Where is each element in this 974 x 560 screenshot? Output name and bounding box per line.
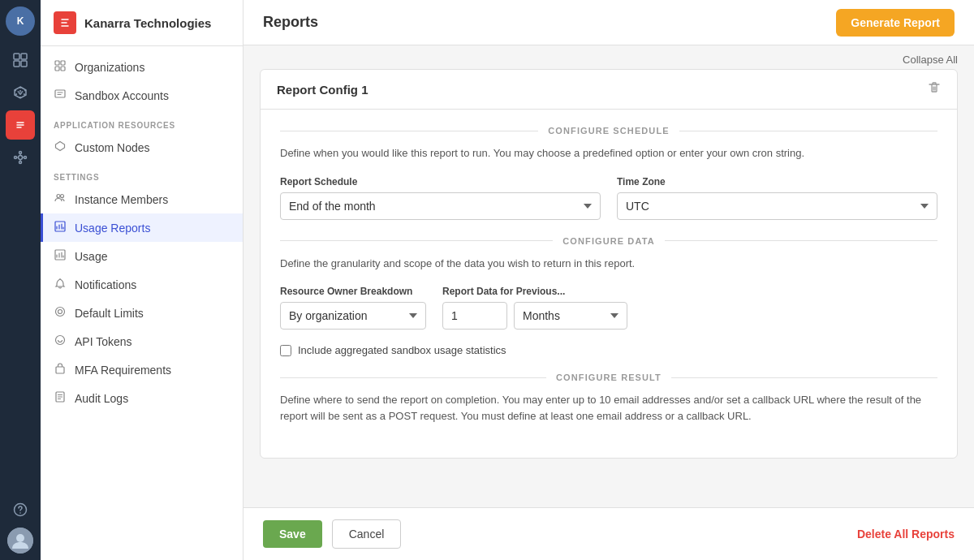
sidebar-item-organizations[interactable]: Organizations	[41, 53, 243, 81]
sandbox-checkbox[interactable]	[280, 345, 291, 356]
sandbox-checkbox-row: Include aggregated sandbox usage statist…	[280, 344, 937, 356]
report-card-body: CONFIGURE SCHEDULE Define when you would…	[261, 126, 957, 458]
result-description: Define where to send the report on compl…	[280, 392, 937, 424]
sidebar-item-sandbox-accounts[interactable]: Sandbox Accounts	[41, 81, 243, 110]
footer-actions: Save Cancel Delete All Reports	[244, 507, 974, 560]
data-description: Define the granularity and scope of the …	[280, 256, 937, 272]
app-resources-section-label: Application Resources	[41, 110, 243, 133]
svg-point-11	[19, 512, 21, 514]
schedule-description: Define when you would like this report t…	[280, 145, 937, 162]
data-section-label: CONFIGURE DATA	[562, 236, 654, 246]
grid-icon-btn[interactable]	[6, 45, 35, 75]
report-config-card: Report Config 1 CONFIGURE SCHEDULE Defin…	[260, 69, 958, 459]
audit-logs-icon	[54, 391, 67, 405]
nodes-icon-btn[interactable]	[6, 143, 35, 172]
active-icon-btn[interactable]	[6, 110, 35, 140]
report-schedule-label: Report Schedule	[280, 176, 601, 187]
instance-members-icon	[54, 192, 67, 206]
svg-rect-2	[14, 61, 19, 67]
notifications-label: Notifications	[75, 278, 136, 291]
main-area: Reports Generate Report Collapse All Rep…	[244, 0, 974, 560]
svg-point-25	[56, 308, 65, 317]
sidebar: Kanarra Technologies Organizations Sandb…	[41, 0, 244, 560]
svg-point-20	[57, 195, 60, 198]
audit-logs-label: Audit Logs	[75, 392, 128, 405]
topbar: Reports Generate Report	[244, 0, 974, 45]
sidebar-logo	[54, 11, 76, 34]
help-icon-btn[interactable]	[6, 495, 35, 524]
sidebar-item-audit-logs[interactable]: Audit Logs	[41, 384, 243, 412]
sidebar-title: Kanarra Technologies	[84, 16, 211, 30]
timezone-group: Time Zone UTC US/Eastern US/Pacific Euro…	[617, 176, 937, 220]
svg-point-24	[59, 278, 61, 280]
sandbox-checkbox-label[interactable]: Include aggregated sandbox usage statist…	[298, 344, 506, 356]
custom-nodes-icon	[54, 140, 67, 154]
sidebar-item-api-tokens[interactable]: API Tokens	[41, 327, 243, 355]
mfa-icon	[54, 363, 67, 377]
svg-point-21	[61, 195, 64, 198]
schedule-section-label: CONFIGURE SCHEDULE	[548, 126, 669, 136]
delete-report-button[interactable]	[928, 81, 941, 97]
breakdown-label: Resource Owner Breakdown	[280, 286, 426, 297]
svg-point-8	[19, 152, 22, 154]
report-data-label: Report Data for Previous...	[442, 286, 627, 297]
period-select[interactable]: Months Weeks Days	[514, 302, 627, 330]
sidebar-item-instance-members[interactable]: Instance Members	[41, 185, 243, 213]
delete-all-reports-button[interactable]: Delete All Reports	[857, 528, 955, 541]
period-number-input[interactable]	[442, 302, 507, 330]
notifications-icon	[54, 278, 67, 291]
icon-bar: K	[0, 0, 41, 560]
timezone-select[interactable]: UTC US/Eastern US/Pacific Europe/London	[617, 192, 937, 220]
svg-rect-18	[61, 67, 65, 71]
timezone-label: Time Zone	[617, 176, 937, 187]
sidebar-item-usage[interactable]: Usage	[41, 242, 243, 270]
svg-rect-28	[56, 367, 64, 373]
sidebar-navigation: Organizations Sandbox Accounts Applicati…	[41, 46, 243, 419]
svg-point-6	[15, 157, 17, 159]
divider-left	[280, 131, 538, 131]
svg-point-7	[24, 157, 27, 159]
default-limits-icon	[54, 306, 67, 320]
breakdown-group: Resource Owner Breakdown By organization…	[280, 286, 426, 330]
sidebar-item-custom-nodes[interactable]: Custom Nodes	[41, 133, 243, 162]
svg-rect-1	[21, 54, 27, 59]
organizations-label: Organizations	[75, 61, 144, 74]
collapse-all-button[interactable]: Collapse All	[244, 45, 974, 69]
custom-nodes-label: Custom Nodes	[75, 141, 150, 154]
data-divider-right	[665, 240, 937, 241]
report-schedule-select[interactable]: End of the month Beginning of the month …	[280, 192, 601, 220]
save-button[interactable]: Save	[263, 520, 322, 548]
usage-label: Usage	[75, 250, 107, 263]
result-divider-left	[280, 377, 546, 378]
result-divider: CONFIGURE RESULT	[280, 373, 937, 382]
breakdown-select[interactable]: By organization By user None	[280, 302, 426, 330]
svg-rect-3	[21, 61, 27, 67]
svg-rect-16	[61, 61, 65, 65]
svg-point-13	[16, 534, 24, 542]
data-divider: CONFIGURE DATA	[280, 236, 937, 246]
svg-point-9	[19, 162, 22, 164]
report-card-header: Report Config 1	[261, 70, 957, 110]
svg-rect-15	[55, 61, 59, 65]
data-divider-left	[280, 240, 553, 241]
cancel-button[interactable]: Cancel	[332, 519, 402, 549]
svg-point-27	[56, 336, 65, 345]
sidebar-header: Kanarra Technologies	[41, 0, 243, 46]
instance-members-label: Instance Members	[75, 193, 168, 206]
api-tokens-icon	[54, 334, 67, 348]
result-section-label: CONFIGURE RESULT	[556, 373, 662, 382]
svg-point-5	[19, 156, 23, 160]
box-icon-btn[interactable]	[6, 78, 35, 107]
sidebar-item-usage-reports[interactable]: Usage Reports	[41, 213, 243, 242]
schedule-form-row: Report Schedule End of the month Beginni…	[280, 176, 937, 220]
sidebar-item-mfa-requirements[interactable]: MFA Requirements	[41, 355, 243, 384]
logo-button[interactable]: K	[6, 6, 35, 36]
mfa-requirements-label: MFA Requirements	[75, 364, 171, 377]
svg-rect-0	[14, 54, 19, 59]
sidebar-item-notifications[interactable]: Notifications	[41, 270, 243, 299]
sidebar-item-default-limits[interactable]: Default Limits	[41, 299, 243, 327]
user-avatar[interactable]	[7, 528, 33, 554]
generate-report-button[interactable]: Generate Report	[836, 9, 955, 37]
schedule-divider: CONFIGURE SCHEDULE	[280, 126, 937, 136]
page-title: Reports	[263, 14, 318, 31]
